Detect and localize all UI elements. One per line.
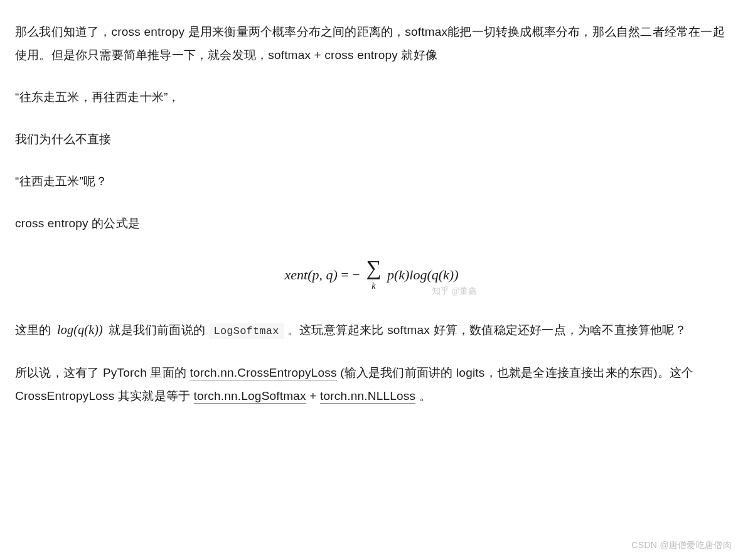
formula-rhs: p(k)log(q(k)): [387, 267, 459, 283]
paragraph-log-explain: 这里的 log(q(k)) 就是我们前面说的 LogSoftmax 。这玩意算起…: [15, 318, 728, 342]
paragraph-formula-intro: cross entropy 的公式是: [15, 212, 728, 235]
paragraph-quote-west: “往西走五米”呢？: [15, 170, 728, 193]
link-nllloss[interactable]: torch.nn.NLLLoss: [320, 389, 415, 404]
p7-text-prefix: 所以说，这有了 PyTorch 里面的: [15, 366, 190, 379]
paragraph-intro: 那么我们知道了，cross entropy 是用来衡量两个概率分布之间的距离的，…: [15, 20, 728, 67]
formula-lhs: xent(p, q): [285, 267, 338, 283]
formula-cross-entropy: xent(p, q) = − ∑ k p(k)log(q(k)) 知乎 @董鑫: [15, 257, 728, 294]
code-logsoftmax: LogSoftmax: [209, 323, 284, 339]
p7-text-end: 。: [419, 389, 431, 402]
p6-text-mid: 就是我们前面说的: [109, 323, 208, 337]
paragraph-quote-east: “往东走五米，再往西走十米”，: [15, 85, 728, 109]
csdn-watermark: CSDN @唐僧爱吃唐僧肉: [631, 537, 732, 554]
sum-symbol-icon: ∑: [366, 257, 381, 279]
paragraph-why-not: 我们为什么不直接: [15, 127, 728, 151]
formula-watermark: 知乎 @董鑫: [432, 283, 477, 299]
link-crossentropyloss[interactable]: torch.nn.CrossEntropyLoss: [190, 366, 336, 380]
p7-text-plus: +: [309, 389, 320, 402]
paragraph-pytorch: 所以说，这有了 PyTorch 里面的 torch.nn.CrossEntrop…: [15, 361, 728, 407]
inline-math-log: log(q(k)): [55, 323, 105, 337]
p6-text-suffix: 。这玩意算起来比 softmax 好算，数值稳定还好一点，为啥不直接算他呢？: [287, 323, 687, 337]
link-logsoftmax[interactable]: torch.nn.LogSoftmax: [194, 389, 306, 404]
sum-subscript: k: [366, 277, 381, 294]
p6-text-prefix: 这里的: [15, 323, 55, 337]
formula-equals: = −: [341, 267, 363, 283]
formula-sum: ∑ k: [366, 257, 381, 294]
